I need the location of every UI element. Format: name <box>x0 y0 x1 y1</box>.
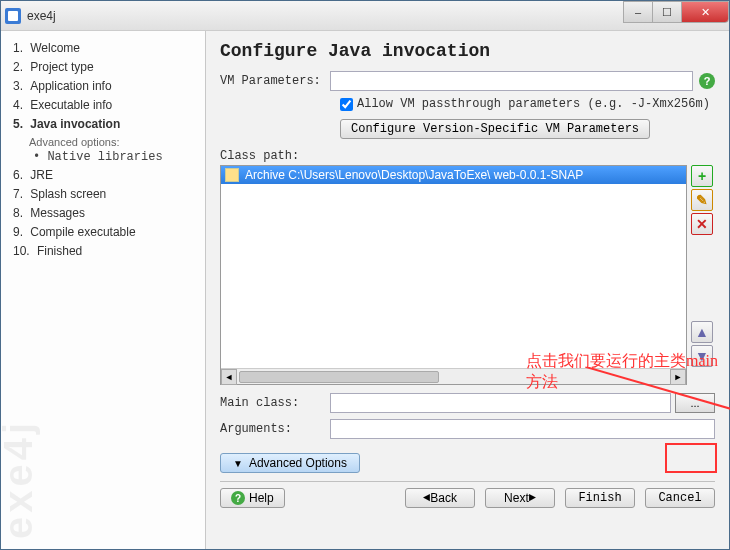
scroll-thumb[interactable] <box>239 371 439 383</box>
watermark: exe4j <box>0 419 41 539</box>
sidebar-item-splash[interactable]: 7. Splash screen <box>13 185 205 204</box>
sidebar-item-finished[interactable]: 10. Finished <box>13 242 205 261</box>
sidebar-item-project-type[interactable]: 2. Project type <box>13 58 205 77</box>
add-button[interactable]: + <box>691 165 713 187</box>
move-up-button[interactable]: ▲ <box>691 321 713 343</box>
help-button[interactable]: ? Help <box>220 488 285 508</box>
bottom-bar: ? Help ◄ Back Next ► Finish Cancel <box>220 488 715 508</box>
sidebar-item-java-invocation[interactable]: 5. Java invocation <box>13 115 205 134</box>
allow-passthrough-label[interactable]: Allow VM passthrough parameters (e.g. -J… <box>357 97 710 111</box>
allow-passthrough-row: Allow VM passthrough parameters (e.g. -J… <box>220 97 715 111</box>
app-icon <box>5 8 21 24</box>
vm-params-row: VM Parameters: ? <box>220 71 715 91</box>
config-version-row: Configure Version-Specific VM Parameters <box>340 119 715 139</box>
main-class-input[interactable] <box>330 393 671 413</box>
annotation-highlight <box>665 443 717 473</box>
delete-button[interactable]: ✕ <box>691 213 713 235</box>
sidebar-item-compile[interactable]: 9. Compile executable <box>13 223 205 242</box>
sidebar-item-welcome[interactable]: 1. Welcome <box>13 39 205 58</box>
chevron-down-icon: ▼ <box>233 458 243 469</box>
sidebar-item-application-info[interactable]: 3. Application info <box>13 77 205 96</box>
minimize-button[interactable]: – <box>623 1 653 23</box>
next-button[interactable]: Next ► <box>485 488 555 508</box>
config-version-button[interactable]: Configure Version-Specific VM Parameters <box>340 119 650 139</box>
classpath-entry-text: Archive C:\Users\Lenovo\Desktop\JavaToEx… <box>245 168 583 182</box>
classpath-entry[interactable]: Archive C:\Users\Lenovo\Desktop\JavaToEx… <box>221 166 686 184</box>
advanced-options-button[interactable]: ▼ Advanced Options <box>220 453 360 473</box>
page-heading: Configure Java invocation <box>220 41 715 61</box>
arguments-row: Arguments: <box>220 419 715 439</box>
separator <box>220 481 715 482</box>
sidebar-item-jre[interactable]: 6. JRE <box>13 166 205 185</box>
arguments-input[interactable] <box>330 419 715 439</box>
main-class-browse-button[interactable]: ... <box>675 393 715 413</box>
maximize-button[interactable]: ☐ <box>652 1 682 23</box>
finish-button[interactable]: Finish <box>565 488 635 508</box>
sidebar: 1. Welcome 2. Project type 3. Applicatio… <box>1 31 206 549</box>
arguments-label: Arguments: <box>220 422 330 436</box>
vm-params-input[interactable] <box>330 71 693 91</box>
annotation-text: 点击我们要运行的主类main方法 <box>526 351 729 393</box>
edit-button[interactable]: ✎ <box>691 189 713 211</box>
cancel-button[interactable]: Cancel <box>645 488 715 508</box>
scroll-left-icon[interactable]: ◄ <box>221 369 237 385</box>
archive-icon <box>225 168 239 182</box>
sidebar-item-messages[interactable]: 8. Messages <box>13 204 205 223</box>
content: 1. Welcome 2. Project type 3. Applicatio… <box>1 31 729 549</box>
classpath-top-tools: + ✎ ✕ <box>691 165 715 235</box>
allow-passthrough-checkbox[interactable] <box>340 98 353 111</box>
help-icon[interactable]: ? <box>699 73 715 89</box>
help-icon: ? <box>231 491 245 505</box>
sidebar-advanced-head: Advanced options: <box>13 134 205 148</box>
main-class-row: Main class: ... <box>220 393 715 413</box>
window: exe4j – ☐ ✕ 1. Welcome 2. Project type 3… <box>0 0 730 550</box>
sidebar-item-executable-info[interactable]: 4. Executable info <box>13 96 205 115</box>
window-title: exe4j <box>27 9 56 23</box>
window-buttons: – ☐ ✕ <box>624 1 729 23</box>
main-panel: Configure Java invocation VM Parameters:… <box>206 31 729 549</box>
main-class-label: Main class: <box>220 396 330 410</box>
close-button[interactable]: ✕ <box>681 1 729 23</box>
classpath-label: Class path: <box>220 149 715 163</box>
back-button[interactable]: ◄ Back <box>405 488 475 508</box>
vm-params-label: VM Parameters: <box>220 74 330 88</box>
sidebar-native-libraries[interactable]: • Native libraries <box>13 148 205 166</box>
titlebar: exe4j – ☐ ✕ <box>1 1 729 31</box>
